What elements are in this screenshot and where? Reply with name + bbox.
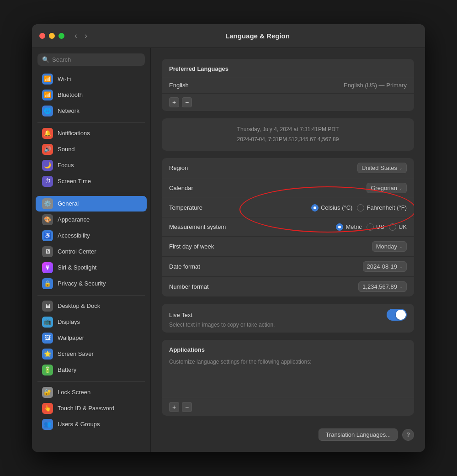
battery-icon: 🔋 — [42, 365, 53, 376]
forward-button[interactable]: › — [82, 30, 90, 42]
temperature-label: Temperature — [169, 204, 311, 211]
add-language-button[interactable]: + — [169, 97, 179, 107]
language-row: English English (US) — Primary — [162, 77, 414, 93]
uk-radio[interactable] — [389, 223, 396, 231]
numberformat-select[interactable]: 1,234,567.89 ⌄ — [358, 281, 407, 292]
separator-1 — [37, 122, 145, 123]
sidebar-item-displays[interactable]: 📺 Displays — [36, 314, 147, 330]
sidebar-item-label: Network — [58, 107, 80, 114]
sidebar-item-controlcenter[interactable]: 🖥 Control Center — [36, 244, 147, 259]
sidebar-item-screentime[interactable]: ⏱ Screen Time — [36, 174, 147, 189]
firstday-select[interactable]: Monday ⌄ — [372, 241, 407, 252]
chevron-icon: ⌄ — [399, 166, 403, 170]
us-option[interactable]: US — [367, 223, 384, 231]
sidebar-item-network[interactable]: 🌐 Network — [36, 103, 147, 119]
applications-list — [162, 370, 414, 398]
preview-date-line2: 2024-07-04, 7:31PM $12,345.67 4,567.89 — [169, 135, 407, 145]
chevron-icon: ⌄ — [399, 244, 403, 249]
sidebar-item-label: Appearance — [58, 216, 90, 223]
fahrenheit-radio[interactable] — [357, 204, 364, 212]
touchid-icon: 👆 — [42, 403, 53, 414]
search-icon: 🔍 — [42, 56, 49, 63]
livetext-section: Live Text Select text in images to copy … — [162, 304, 414, 333]
fahrenheit-option[interactable]: Fahrenheit (°F) — [357, 204, 407, 212]
sidebar-item-focus[interactable]: 🌙 Focus — [36, 158, 147, 173]
wallpaper-icon: 🖼 — [42, 333, 53, 344]
metric-radio[interactable] — [336, 223, 343, 231]
sidebar-item-touchid[interactable]: 👆 Touch ID & Password — [36, 401, 147, 416]
sidebar-item-accessibility[interactable]: ♿ Accessibility — [36, 228, 147, 243]
apps-controls: + − — [162, 398, 414, 416]
region-row: Region United States ⌄ — [162, 158, 414, 178]
displays-icon: 📺 — [42, 317, 53, 328]
sidebar-item-desktop[interactable]: 🖥 Desktop & Dock — [36, 298, 147, 314]
minimize-button[interactable] — [49, 33, 55, 39]
sidebar-item-bluetooth[interactable]: 📶 Bluetooth — [36, 87, 147, 103]
celsius-label: Celsius (°C) — [321, 204, 352, 211]
sidebar-item-privacy[interactable]: 🔒 Privacy & Security — [36, 276, 147, 291]
close-button[interactable] — [39, 33, 45, 39]
preferred-languages-header: Preferred Languages — [162, 59, 414, 77]
livetext-toggle[interactable] — [387, 309, 407, 321]
metric-label: Metric — [345, 223, 361, 230]
sidebar-item-label: Users & Groups — [58, 421, 100, 428]
livetext-top: Live Text — [169, 309, 407, 321]
region-select[interactable]: United States ⌄ — [357, 163, 407, 173]
temperature-row: Temperature Celsius (°C) Fahrenheit (°F) — [162, 198, 414, 217]
sidebar-item-screensaver[interactable]: 🌟 Screen Saver — [36, 346, 147, 362]
search-input[interactable] — [52, 56, 140, 63]
sidebar-group-personal: ⚙️ General 🎨 Appearance ♿ Accessibility … — [32, 196, 150, 291]
sidebar-item-general[interactable]: ⚙️ General — [36, 196, 147, 212]
livetext-row: Live Text Select text in images to copy … — [162, 304, 414, 333]
uk-option[interactable]: UK — [389, 223, 407, 231]
sidebar-item-label: Touch ID & Password — [58, 405, 114, 412]
numberformat-row: Number format 1,234,567.89 ⌄ — [162, 276, 414, 296]
calendar-select[interactable]: Gregorian ⌄ — [367, 183, 407, 193]
help-button[interactable]: ? — [402, 429, 414, 441]
sidebar-item-sound[interactable]: 🔊 Sound — [36, 142, 147, 157]
metric-option[interactable]: Metric — [336, 223, 361, 231]
temperature-radio-group: Celsius (°C) Fahrenheit (°F) — [311, 204, 407, 212]
sidebar-item-battery[interactable]: 🔋 Battery — [36, 362, 147, 378]
general-icon: ⚙️ — [42, 198, 53, 209]
sidebar-item-appearance[interactable]: 🎨 Appearance — [36, 212, 147, 227]
sidebar-item-label: Control Center — [58, 248, 96, 255]
sidebar-item-notifications[interactable]: 🔔 Notifications — [36, 126, 147, 141]
livetext-label: Live Text — [169, 312, 192, 318]
accessibility-icon: ♿ — [42, 230, 53, 241]
calendar-value: Gregorian — [371, 185, 397, 191]
numberformat-value: 1,234,567.89 — [362, 283, 397, 290]
firstday-value: Monday — [376, 243, 397, 250]
sidebar-item-wallpaper[interactable]: 🖼 Wallpaper — [36, 330, 147, 346]
sidebar-item-wifi[interactable]: 📶 Wi-Fi — [36, 71, 147, 87]
celsius-radio[interactable] — [311, 204, 319, 212]
search-box[interactable]: 🔍 — [37, 53, 145, 66]
sidebar-item-users[interactable]: 👥 Users & Groups — [36, 417, 147, 432]
us-radio[interactable] — [367, 223, 374, 231]
sidebar-item-lockscreen[interactable]: 🔐 Lock Screen — [36, 385, 147, 400]
settings-window: ‹ › Language & Region 🔍 📶 Wi-Fi 📶 Blueto… — [32, 24, 425, 452]
translation-languages-button[interactable]: Translation Languages... — [319, 428, 398, 441]
maximize-button[interactable] — [58, 33, 64, 39]
add-app-button[interactable]: + — [169, 402, 179, 412]
back-button[interactable]: ‹ — [72, 30, 80, 42]
notifications-icon: 🔔 — [42, 128, 53, 139]
sidebar-group-network: 📶 Wi-Fi 📶 Bluetooth 🌐 Network — [32, 71, 150, 119]
bottom-bar: Translation Languages... ? — [162, 423, 414, 441]
bluetooth-icon: 📶 — [42, 90, 53, 100]
remove-app-button[interactable]: − — [182, 402, 192, 412]
remove-language-button[interactable]: − — [182, 97, 192, 107]
content-area: 🔍 📶 Wi-Fi 📶 Bluetooth 🌐 Network — [32, 48, 425, 452]
livetext-description: Select text in images to copy or take ac… — [169, 322, 407, 328]
celsius-option[interactable]: Celsius (°C) — [311, 204, 352, 212]
sidebar-item-label: Battery — [58, 366, 76, 373]
toggle-knob — [396, 310, 406, 320]
preferred-languages-section: Preferred Languages English English (US)… — [162, 59, 414, 111]
dateformat-select[interactable]: 2024-08-19 ⌄ — [363, 261, 407, 272]
sidebar-item-label: Displays — [58, 318, 80, 325]
main-content: Preferred Languages English English (US)… — [151, 48, 425, 452]
numberformat-value-wrap: 1,234,567.89 ⌄ — [358, 281, 407, 292]
measurement-radio-group: Metric US UK — [336, 223, 407, 231]
language-value: English (US) — Primary — [344, 82, 407, 89]
sidebar-item-siri[interactable]: 🎙 Siri & Spotlight — [36, 260, 147, 275]
